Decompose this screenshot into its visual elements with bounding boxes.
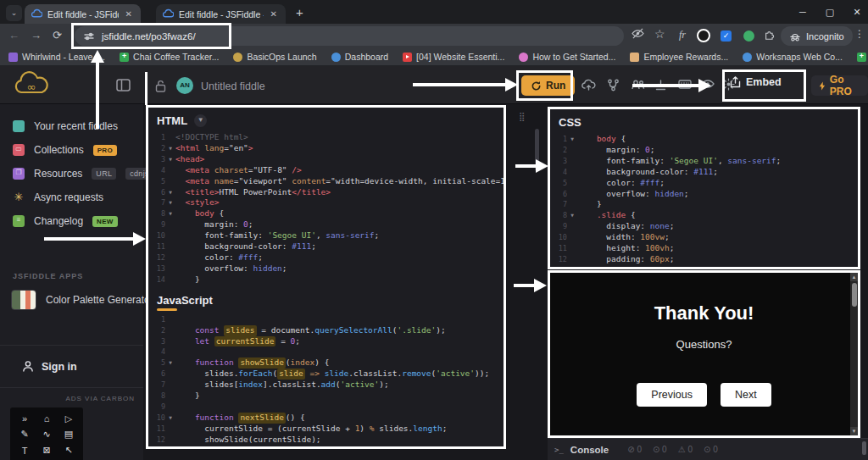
code-line[interactable]: 6▾ <title>HTML PowerPoint</title> xyxy=(148,187,504,198)
next-button[interactable]: Next xyxy=(721,383,771,407)
address-bar[interactable]: jsfiddle.net/po3fwaz6/ xyxy=(75,26,624,46)
browser-tab-1[interactable]: Edit fiddle - JSFiddle - Code Pla ✕ xyxy=(25,4,141,24)
code-line[interactable]: 8▾ .slide { xyxy=(550,210,858,221)
jsfiddle-logo[interactable]: ∞ xyxy=(13,71,51,98)
go-pro-button[interactable]: Go PRO xyxy=(811,75,868,96)
editor-scrollbar[interactable] xyxy=(535,129,539,171)
code-line[interactable]: 9 margin: 0; xyxy=(148,219,504,230)
sidebar-item-color-palette-generator[interactable]: Color Palette Generator xyxy=(0,284,143,316)
run-button[interactable]: Run xyxy=(521,75,575,96)
code-line[interactable]: 13 overflow: hidden; xyxy=(148,263,504,274)
fold-marker-icon[interactable]: ▾ xyxy=(165,143,175,154)
extensions-puzzle-icon[interactable] xyxy=(764,29,776,41)
sidebar-item-collections[interactable]: CollectionsPRO xyxy=(0,138,143,162)
fold-marker-icon[interactable]: ▾ xyxy=(165,208,175,219)
code-line[interactable]: 2▾<html lang="en"> xyxy=(148,143,504,154)
reload-icon[interactable]: ⟳ xyxy=(53,29,62,42)
code-line[interactable]: 11 currentSlide = (currentSlide + 1) % s… xyxy=(148,424,504,435)
extension-ring-icon[interactable] xyxy=(697,29,710,42)
page-scrollbar-thumb[interactable] xyxy=(862,441,866,455)
code-line[interactable]: 2 const slides = document.querySelectorA… xyxy=(148,325,504,336)
fold-marker-icon[interactable]: ▾ xyxy=(165,187,175,198)
keyboard-icon[interactable] xyxy=(678,79,692,90)
sidebar-item-changelog[interactable]: ChangelogNEW xyxy=(0,209,143,233)
fold-marker-icon[interactable]: ▾ xyxy=(165,197,175,208)
code-line[interactable]: 8▾ body { xyxy=(148,208,504,219)
sidebar-toggle-icon[interactable] xyxy=(116,79,131,91)
previous-button[interactable]: Previous xyxy=(637,383,707,407)
new-tab-button[interactable]: + xyxy=(296,5,303,19)
fiddle-title[interactable]: Untitled fiddle xyxy=(201,80,265,92)
preview-eye-icon[interactable] xyxy=(701,79,715,89)
code-line[interactable]: 1<!DOCTYPE html> xyxy=(148,132,504,143)
bookmark-item[interactable]: BasicOps Launch xyxy=(233,52,316,62)
sidebar-item-resources[interactable]: ResourcesURLcdnjs xyxy=(0,162,143,186)
back-icon[interactable]: ← xyxy=(8,29,19,42)
code-line[interactable]: 4 background-color: #111; xyxy=(550,167,858,178)
drag-handle-icon[interactable]: ⣿ xyxy=(519,112,529,122)
code-line[interactable]: 9 display: none; xyxy=(550,221,858,232)
extension-fr-icon[interactable]: fr xyxy=(679,29,686,42)
carbon-ad[interactable]: »⌂▷✎∿▤T⊠↖ xyxy=(10,407,83,460)
console-count-debug[interactable]: ⊙ 0 xyxy=(704,445,718,454)
js-code-editor[interactable]: 1 2 const slides = document.querySelecto… xyxy=(148,314,504,447)
chevron-down-icon[interactable]: ▼ xyxy=(194,114,207,127)
bookmark-item[interactable]: Dashboard xyxy=(331,52,388,62)
code-line[interactable]: 7▾ <style> xyxy=(148,197,504,208)
extension-green-icon[interactable] xyxy=(743,30,754,42)
eye-off-icon[interactable] xyxy=(632,28,644,39)
browser-tab-2[interactable]: Edit fiddle - JSFiddle - Code Pla ✕ xyxy=(156,4,286,24)
code-line[interactable]: 8 } xyxy=(148,391,504,402)
code-line[interactable]: 13 box-sizing: border-box; xyxy=(550,265,858,267)
url-text[interactable]: jsfiddle.net/po3fwaz6/ xyxy=(102,31,196,42)
code-line[interactable]: 7 } xyxy=(550,199,858,210)
fold-marker-icon[interactable]: ▾ xyxy=(165,357,175,369)
fold-marker-icon[interactable]: ▾ xyxy=(165,413,175,424)
console-bar[interactable]: >_ Console ⊘ 0⊙ 0⚠ 0⊙ 0 xyxy=(548,438,868,460)
window-maximize-button[interactable]: ▢ xyxy=(817,0,843,24)
console-label[interactable]: Console xyxy=(570,445,609,455)
tab-search-chevron-icon[interactable]: ⌄ xyxy=(6,5,22,21)
collaborators-icon[interactable] xyxy=(631,79,645,91)
window-minimize-button[interactable]: ─ xyxy=(790,0,815,24)
bookmark-item[interactable]: Whirlwind - Leave /... xyxy=(8,52,105,62)
code-line[interactable]: 10 width: 100vw; xyxy=(550,232,858,243)
window-close-button[interactable]: ✕ xyxy=(844,0,868,24)
code-line[interactable]: 12 showSlide(currentSlide); xyxy=(148,435,504,446)
code-line[interactable]: 3 font-family: 'Segoe UI', sans-serif; xyxy=(550,156,858,167)
cloud-save-icon[interactable] xyxy=(581,79,596,91)
sign-in-button[interactable]: Sign in xyxy=(0,352,143,380)
bookmark-star-icon[interactable]: ☆ xyxy=(654,27,665,41)
code-line[interactable]: 11 height: 100vh; xyxy=(550,243,858,254)
code-line[interactable]: 2 margin: 0; xyxy=(550,145,858,156)
scroll-up-icon[interactable]: ▲ xyxy=(850,273,858,281)
code-line[interactable]: 9 xyxy=(148,402,504,413)
scrollbar-thumb[interactable] xyxy=(852,283,857,307)
bookmark-item[interactable]: Worksnaps Web Co... xyxy=(743,52,843,62)
console-count-error[interactable]: ⊘ 0 xyxy=(627,445,642,454)
code-line[interactable]: 13 } xyxy=(148,446,504,447)
sidebar-item-async[interactable]: Async requests xyxy=(0,186,143,209)
tab-close-icon[interactable]: ✕ xyxy=(269,9,279,19)
html-code-editor[interactable]: 1<!DOCTYPE html>2▾<html lang="en">3▾<hea… xyxy=(148,132,504,285)
code-line[interactable]: 5 <meta name="viewport" content="width=d… xyxy=(148,176,504,187)
code-line[interactable]: 6 overflow: hidden; xyxy=(550,189,858,200)
result-scrollbar[interactable]: ▲ ▼ xyxy=(850,273,858,435)
code-line[interactable]: 14 } xyxy=(148,274,504,285)
download-icon[interactable] xyxy=(654,79,667,91)
bookmark-item[interactable]: Sites Credential - G... xyxy=(857,52,868,62)
code-line[interactable]: 12 color: #fff; xyxy=(148,252,504,263)
fold-marker-icon[interactable]: ▾ xyxy=(567,134,577,145)
bookmark-item[interactable]: [04] Website Essenti... xyxy=(403,52,504,62)
fold-marker-icon[interactable]: ▾ xyxy=(567,210,577,221)
code-line[interactable]: 5▾ function showSlide(index) { xyxy=(148,357,504,369)
code-line[interactable]: 4 xyxy=(148,346,504,357)
code-line[interactable]: 12 padding: 60px; xyxy=(550,254,858,265)
bookmark-item[interactable]: How to Get Started... xyxy=(519,52,615,62)
tab-close-icon[interactable]: ✕ xyxy=(124,9,134,19)
sidebar-item-recent[interactable]: Your recent fiddles xyxy=(0,114,143,138)
code-line[interactable]: 5 color: #fff; xyxy=(550,178,858,189)
code-line[interactable]: 11 background-color: #111; xyxy=(148,241,504,252)
console-count-info[interactable]: ⊙ 0 xyxy=(653,445,667,454)
code-line[interactable]: 7 slides[index].classList.add('active'); xyxy=(148,380,504,391)
